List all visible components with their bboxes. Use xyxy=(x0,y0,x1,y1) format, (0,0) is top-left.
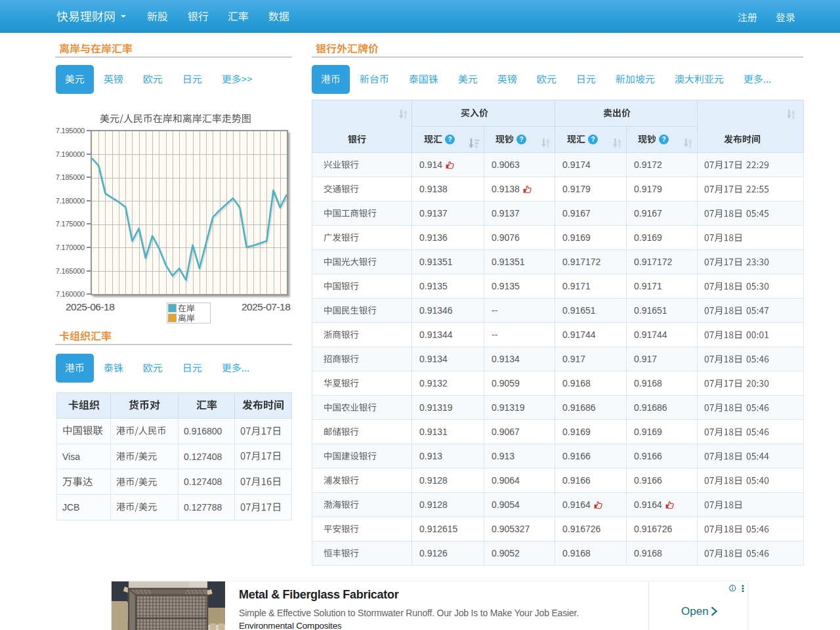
svg-text:?: ? xyxy=(591,136,595,143)
svg-text:?: ? xyxy=(520,136,524,143)
svg-text:?: ? xyxy=(662,136,666,143)
svg-text:?: ? xyxy=(448,136,452,143)
